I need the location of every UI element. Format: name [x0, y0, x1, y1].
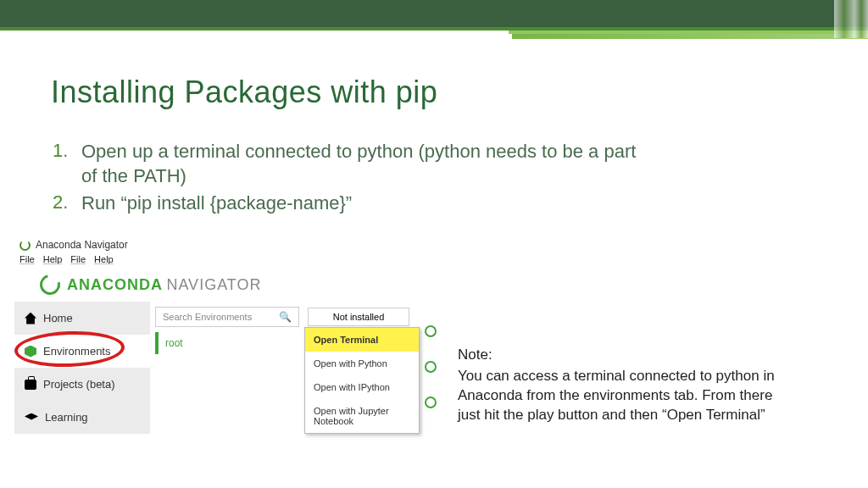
sidebar-item-label: Home [43, 312, 73, 324]
menu-bar: File Help File Help [14, 252, 447, 269]
window-title-bar: Anaconda Navigator [14, 237, 447, 252]
step-text: Open up a terminal connected to python (… [81, 140, 646, 188]
spinner-icon [19, 240, 31, 251]
status-circle-icon [425, 361, 437, 373]
slide-title: Installing Packages with pip [51, 75, 437, 110]
sidebar-item-projects[interactable]: Projects (beta) [14, 368, 150, 401]
filter-select[interactable]: Not installed [308, 308, 409, 326]
sidebar-item-label: Environments [43, 345, 110, 358]
package-status-column [425, 325, 438, 432]
dropdown-open-python[interactable]: Open with Python [305, 352, 419, 375]
slide-accent-stripes [834, 0, 868, 38]
environment-name: root [165, 337, 183, 349]
slide-top-banner [0, 0, 868, 27]
step-number: 2. [53, 191, 81, 216]
logo-text-light: NAVIGATOR [166, 276, 261, 293]
dropdown-open-terminal[interactable]: Open Terminal [305, 328, 419, 352]
menu-item-help[interactable]: Help [94, 254, 114, 264]
window-title-text: Anaconda Navigator [36, 239, 128, 251]
anaconda-navigator-screenshot: Anaconda Navigator File Help File Help A… [14, 237, 447, 434]
note-title: Note: [458, 346, 788, 365]
sidebar-item-label: Learning [45, 411, 88, 424]
navigator-logo: ANACONDA NAVIGATOR [14, 269, 447, 302]
status-circle-icon [425, 396, 437, 408]
sidebar-item-home[interactable]: Home [14, 302, 150, 335]
note-block: Note: You can access a terminal connecte… [458, 346, 788, 425]
step-number: 1. [53, 140, 81, 188]
search-icon: 🔍 [279, 311, 292, 323]
navigator-main-panel: Search Environments 🔍 Not installed root… [150, 302, 447, 434]
menu-item-help[interactable]: Help [43, 254, 63, 264]
steps-list: 1. Open up a terminal connected to pytho… [53, 140, 646, 219]
environment-actions-dropdown: Open Terminal Open with Python Open with… [304, 327, 420, 434]
sidebar-item-learning[interactable]: Learning [14, 401, 150, 434]
note-body: You can access a terminal connected to p… [458, 367, 788, 425]
home-icon [25, 313, 36, 324]
environment-row-root[interactable]: root [155, 332, 328, 354]
anaconda-ring-icon [36, 271, 64, 299]
status-circle-icon [425, 325, 437, 337]
cube-icon [25, 346, 36, 358]
step-item: 2. Run “pip install {package-name}” [53, 191, 646, 216]
dropdown-open-jupyter[interactable]: Open with Jupyter Notebook [305, 399, 419, 433]
navigator-body: Home Environments Projects (beta) Learni… [14, 302, 447, 434]
menu-item-file[interactable]: File [19, 254, 35, 264]
briefcase-icon [25, 380, 36, 390]
step-item: 1. Open up a terminal connected to pytho… [53, 140, 646, 188]
search-environments-input[interactable]: Search Environments 🔍 [155, 307, 299, 327]
logo-text-bold: ANACONDA [67, 276, 163, 293]
filter-label: Not installed [333, 312, 385, 322]
sidebar-item-label: Projects (beta) [43, 378, 115, 391]
navigator-sidebar: Home Environments Projects (beta) Learni… [14, 302, 150, 434]
dropdown-open-ipython[interactable]: Open with IPython [305, 375, 419, 399]
search-placeholder: Search Environments [163, 312, 252, 322]
slide-accent-line-2 [512, 34, 868, 39]
sidebar-item-environments[interactable]: Environments [14, 335, 150, 368]
menu-item-file[interactable]: File [70, 254, 86, 264]
graduation-cap-icon [25, 413, 38, 422]
step-text: Run “pip install {package-name}” [81, 191, 352, 216]
